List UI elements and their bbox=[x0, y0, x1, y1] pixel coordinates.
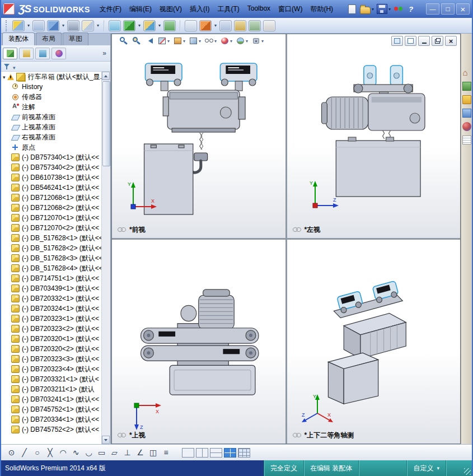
custom-properties-icon[interactable] bbox=[462, 136, 471, 144]
tree-item[interactable]: (-) DB714751<1> (默认<< bbox=[1, 273, 102, 283]
mirror-entities-icon[interactable]: ◫ bbox=[147, 448, 159, 457]
restore-document-button[interactable] bbox=[432, 36, 443, 46]
status-custom-dropdown[interactable]: 自定义 bbox=[406, 460, 446, 476]
minimize-document-button[interactable] bbox=[418, 36, 430, 46]
view-settings-icon[interactable] bbox=[250, 36, 265, 46]
open-icon[interactable] bbox=[360, 4, 374, 14]
perpendicular-icon[interactable]: ⊥ bbox=[121, 448, 133, 457]
tree-item[interactable]: (-) DB712070<2> (默认<< bbox=[1, 223, 102, 233]
tree-item[interactable]: (-) DB712070<1> (默认<< bbox=[1, 213, 102, 223]
document-tab[interactable]: 装配体 bbox=[2, 32, 35, 45]
design-library-icon[interactable] bbox=[462, 82, 471, 91]
scroll-down-button[interactable] bbox=[102, 436, 110, 444]
tree-item[interactable]: (-) DB720332<1> (默认<< bbox=[1, 293, 102, 304]
view-table-button[interactable] bbox=[238, 448, 250, 458]
tree-item[interactable]: (-) DB703241<1> (默认<< bbox=[1, 394, 102, 404]
document-tab[interactable]: 草图 bbox=[63, 32, 88, 45]
linear-sketch-pattern-icon[interactable]: ≡ bbox=[160, 448, 172, 457]
bill-of-materials-icon[interactable] bbox=[185, 20, 197, 31]
featuremanager-tab[interactable] bbox=[3, 48, 17, 59]
smart-fasteners-icon[interactable] bbox=[67, 20, 79, 31]
menu-item[interactable]: Toolbox bbox=[243, 2, 274, 16]
tree-item[interactable]: (-) DB7203211<1> (默认 bbox=[1, 384, 102, 394]
tree-item[interactable]: (-) DB7203321<1> (默认< bbox=[1, 374, 102, 384]
section-view-icon[interactable] bbox=[156, 36, 171, 46]
tree-item[interactable]: (-) DB720324<1> (默认<< bbox=[1, 304, 102, 314]
viewport-isometric[interactable]: Y X Z *上下二等角轴测 bbox=[287, 240, 461, 444]
tree-scrollbar[interactable] bbox=[101, 72, 110, 444]
close-button[interactable] bbox=[456, 3, 470, 15]
scroll-up-button[interactable] bbox=[102, 72, 110, 80]
tree-root-item[interactable]: 行车吊箱 (默认<默认_显... bbox=[1, 72, 102, 82]
linear-component-pattern-icon[interactable] bbox=[47, 20, 59, 31]
point-icon[interactable]: ⊙ bbox=[6, 448, 17, 457]
propertymanager-tab[interactable] bbox=[19, 48, 34, 59]
two-view-horizontal-button[interactable] bbox=[210, 448, 222, 458]
move-component-icon[interactable] bbox=[82, 20, 94, 31]
tree-item[interactable]: (-) DB720323<3> (默认<< bbox=[1, 354, 102, 364]
tree-item[interactable]: (-) DB757340<2> (默认<< bbox=[1, 162, 102, 172]
tree-item[interactable]: 传感器 bbox=[1, 92, 102, 102]
show-hidden-components-icon[interactable] bbox=[109, 20, 121, 31]
edit-appearance-icon[interactable] bbox=[219, 36, 233, 46]
exploded-view-icon[interactable] bbox=[199, 20, 212, 31]
appearances-icon[interactable] bbox=[462, 122, 471, 131]
single-view-button[interactable] bbox=[182, 448, 194, 458]
close-document-button[interactable] bbox=[445, 36, 457, 46]
parallelogram-icon[interactable]: ▱ bbox=[109, 448, 120, 457]
zoom-to-fit-icon[interactable] bbox=[118, 36, 129, 46]
tree-item[interactable]: 上视基准面 bbox=[1, 122, 102, 132]
tree-item[interactable]: (-) DB_517628<2> (默认<< bbox=[1, 243, 102, 253]
new-document-icon[interactable] bbox=[347, 4, 357, 14]
menu-item[interactable]: 窗口(W) bbox=[274, 2, 306, 16]
solidworks-resources-icon[interactable] bbox=[462, 68, 471, 77]
menu-item[interactable]: 编辑(E) bbox=[125, 2, 156, 16]
minimize-button[interactable] bbox=[426, 3, 439, 15]
viewport-front[interactable]: Y X *前视 bbox=[112, 34, 285, 238]
expand-arrow-icon[interactable] bbox=[3, 73, 7, 81]
zoom-to-area-icon[interactable] bbox=[130, 36, 142, 46]
menu-item[interactable]: 文件(F) bbox=[96, 2, 125, 16]
menu-item[interactable]: 工具(T) bbox=[213, 2, 243, 16]
scroll-thumb[interactable] bbox=[102, 81, 110, 166]
tree-item[interactable]: (-) DB720320<2> (默认<< bbox=[1, 344, 102, 354]
rectangle-icon[interactable]: ▭ bbox=[96, 448, 107, 457]
file-explorer-icon[interactable] bbox=[462, 95, 471, 104]
tree-item[interactable]: (-) DB610738<1> (默认<< bbox=[1, 172, 102, 183]
tree-item[interactable]: (-) DB757340<1> (默认<< bbox=[1, 152, 102, 162]
mate-icon[interactable] bbox=[32, 20, 45, 31]
separator[interactable] bbox=[180, 20, 181, 31]
assembly-features-icon[interactable] bbox=[123, 20, 135, 31]
tree-item[interactable]: (-) DB720323<1> (默认<< bbox=[1, 314, 102, 324]
options-toggle-icon[interactable] bbox=[394, 4, 403, 13]
tree-item[interactable]: (-) DB_517628<3> (默认<< bbox=[1, 253, 102, 263]
display-style-icon[interactable] bbox=[188, 36, 202, 46]
spell-checker-icon[interactable] bbox=[263, 20, 275, 31]
tree-item[interactable]: (-) DB_517628<1> (默认<< bbox=[1, 233, 102, 243]
menu-item[interactable]: 视图(V) bbox=[156, 2, 186, 16]
document-tab[interactable]: 布局 bbox=[36, 32, 62, 45]
pane-right-icon[interactable] bbox=[405, 36, 416, 46]
tree-item[interactable]: (-) DB745752<1> (默认<< bbox=[1, 404, 102, 414]
menu-item[interactable]: 插入(I) bbox=[186, 2, 213, 16]
tree-item[interactable]: 前视基准面 bbox=[1, 112, 102, 122]
tree-item[interactable]: (-) DB745752<2> (默认<< bbox=[1, 424, 102, 435]
filter-dropdown-icon[interactable] bbox=[13, 62, 16, 72]
viewport-left[interactable]: Y Z *左视 bbox=[287, 34, 461, 238]
insert-components-icon[interactable] bbox=[12, 20, 25, 31]
tree-item[interactable]: (-) DB712068<2> (默认<< bbox=[1, 203, 102, 213]
tree-item[interactable]: (-) DB720323<4> (默认<< bbox=[1, 364, 102, 374]
spline-icon[interactable]: ∿ bbox=[70, 448, 82, 457]
view-palette-icon[interactable] bbox=[462, 109, 471, 118]
tree-item[interactable]: (-) DB703439<1> (默认<< bbox=[1, 283, 102, 293]
viewport-top[interactable]: X Z *上视 bbox=[112, 240, 285, 444]
view-orientation-icon[interactable] bbox=[172, 36, 186, 46]
configurationmanager-tab[interactable] bbox=[35, 48, 50, 59]
displaymanager-tab[interactable] bbox=[51, 48, 66, 59]
interference-detection-icon[interactable] bbox=[249, 20, 261, 31]
separator[interactable] bbox=[104, 20, 105, 31]
arc-icon[interactable]: ◡ bbox=[83, 448, 95, 457]
tree-item[interactable]: (-) DB_517628<4> (默认<< bbox=[1, 263, 102, 273]
measure-icon[interactable] bbox=[234, 20, 246, 31]
tree-item[interactable]: History bbox=[1, 82, 102, 92]
